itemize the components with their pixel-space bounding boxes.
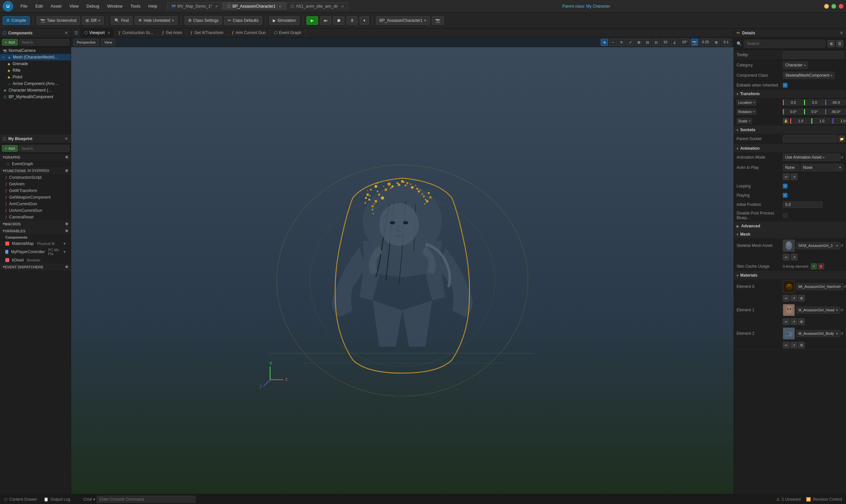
macros-add-btn[interactable]: ⊕ (65, 222, 68, 226)
view-btn[interactable]: View (101, 39, 115, 46)
components-close[interactable]: ✕ (65, 31, 68, 35)
content-drawer-btn[interactable]: ⬡ Content Drawer (4, 497, 37, 502)
class-settings-button[interactable]: ⚙ Class Settings (184, 16, 222, 25)
tree-grenade[interactable]: ◆ Grenade (0, 60, 71, 67)
anim-none-dropdown[interactable]: None (783, 164, 799, 171)
scale-z-input[interactable] (832, 118, 846, 124)
ue-logo[interactable]: U (3, 1, 13, 12)
graphs-section-header[interactable]: ▾ GRAPHS ⊕ (0, 154, 71, 161)
disable-post-checkbox[interactable] (783, 213, 788, 218)
details-search-input[interactable] (744, 40, 826, 48)
tab-map-close[interactable]: ✕ (215, 5, 218, 8)
var-bdead[interactable]: bDead Boolean (0, 257, 71, 264)
playing-checkbox[interactable]: ✓ (783, 193, 788, 198)
scale-dropdown[interactable]: Scale ▾ (737, 118, 752, 124)
mesh-section-header[interactable]: ▾ Mesh (734, 230, 846, 238)
var-materialmap[interactable]: MaterialMap Physical M ▾ (0, 240, 71, 247)
event-dispatchers-header[interactable]: ▾ EVENT DISPATCHERS ⊕ (0, 264, 71, 270)
sockets-section-header[interactable]: ▾ Sockets (734, 126, 846, 134)
tree-health[interactable]: ⬡ BP_MyHealthComponent (0, 93, 71, 100)
event-graph-item[interactable]: ⬡ EventGraph (0, 161, 71, 167)
armgun-tab[interactable]: ƒ Arm Current Gun (228, 29, 270, 37)
step-button[interactable]: ⏭ (320, 16, 331, 25)
menu-file[interactable]: File (17, 2, 31, 10)
viewport-tab[interactable]: ⬡ Viewport ✕ (80, 29, 114, 37)
components-search[interactable] (19, 39, 69, 46)
element2-reset[interactable]: ↺ (840, 331, 843, 336)
advanced-section-header[interactable]: ▶ Advanced (734, 222, 846, 230)
menu-edit[interactable]: Edit (32, 2, 46, 10)
blueprint-add-button[interactable]: + Add (2, 145, 18, 152)
element2-dropdown[interactable]: M_AssassinGirl_Body ▾ (796, 330, 840, 337)
tree-pistol[interactable]: ◆ Pistol (0, 74, 71, 80)
func-armgun[interactable]: ƒ ArmCurrentGun (0, 201, 71, 207)
more-button[interactable]: ▾ (360, 16, 369, 25)
skeletal-mesh-reset[interactable]: ↺ (840, 244, 843, 248)
translate-tool[interactable]: ↔ (609, 39, 616, 46)
element0-dropdown[interactable]: MI_AssassinGirl_HairInst ▾ (796, 283, 843, 290)
perspective-btn[interactable]: Perspective (74, 39, 98, 46)
menu-window[interactable]: Window (104, 2, 126, 10)
func-getanim[interactable]: ƒ GetAnim (0, 181, 71, 187)
camera-speed-btn[interactable]: 📷 (691, 39, 698, 46)
anim-browse-btn[interactable]: ↩ (783, 174, 790, 180)
tree-char-movement[interactable]: ⊕ Character Movement (CharMo (0, 87, 71, 93)
parent-class-value[interactable]: My Character (586, 4, 610, 8)
anim-mode-dropdown[interactable]: Use Animation Asset ▾ (783, 154, 840, 161)
cmd-input[interactable] (96, 496, 196, 503)
tabs-menu-btn[interactable]: ☰ (72, 29, 80, 37)
grid-tool[interactable]: ⊟ (644, 39, 651, 46)
menu-view[interactable]: View (66, 2, 82, 10)
revision-control-btn[interactable]: 🔀 Revision Control (806, 497, 842, 502)
tab-map[interactable]: 🗺 MV_Map_Demo_1* ✕ (167, 2, 222, 10)
func-getiktransform[interactable]: ƒ GetIKTransform (0, 187, 71, 194)
animation-section-header[interactable]: ▾ Animation (734, 144, 846, 152)
details-close[interactable]: ✕ (840, 31, 843, 35)
bp-name-dropdown[interactable]: BP_AssassinCharacter1 ▾ (376, 16, 430, 25)
tree-arrow[interactable]: → Arrow Component (Arrow) E (0, 80, 71, 87)
simulation-button[interactable]: ▶ Simulation (269, 16, 300, 25)
skin-cache-del-btn[interactable]: 🗑 (818, 264, 824, 269)
event-graph-tab[interactable]: ⬡ Event Graph (270, 29, 305, 37)
element1-browse-btn[interactable]: ↩ (783, 318, 790, 325)
skin-cache-add-btn[interactable]: + (811, 264, 817, 269)
tab-bp[interactable]: ⬡ BP_AssassinCharacter1 ✕ (223, 2, 286, 10)
variables-add-btn[interactable]: ⊕ (65, 229, 68, 233)
element0-extra-btn[interactable]: ⚙ (798, 295, 805, 301)
element0-browse-btn[interactable]: ↩ (783, 295, 790, 301)
rotation-z-input[interactable] (825, 109, 846, 115)
maximize-button[interactable] (831, 4, 836, 8)
output-log-btn[interactable]: 📋 Output Log (43, 497, 70, 502)
graphs-add-btn[interactable]: ⊕ (65, 155, 68, 159)
functions-section-header[interactable]: ▾ FUNCTIONS 34 OVERRIDA ⊕ (0, 167, 71, 174)
rotate-tool[interactable]: ↻ (618, 39, 625, 46)
location-dropdown[interactable]: Location ▾ (737, 100, 757, 105)
element1-reset[interactable]: ↺ (840, 308, 843, 312)
element0-reset[interactable]: ↺ (843, 285, 846, 289)
looping-checkbox[interactable]: ✓ (783, 184, 788, 188)
initial-pos-input[interactable] (783, 201, 823, 208)
screenshot-button[interactable]: 📷 Take Screenshot (37, 16, 80, 25)
tree-normal-camera[interactable]: 📷 NormalCamera (0, 47, 71, 54)
construction-tab[interactable]: ƒ Construction Sc... (114, 29, 158, 37)
components-add-button[interactable]: + Add (2, 39, 18, 46)
anim-mode-reset[interactable]: ↺ (840, 155, 843, 160)
func-unarmgun[interactable]: ƒ UnArmCurrentGun (0, 207, 71, 214)
func-camerareset[interactable]: ƒ CameraReset (0, 214, 71, 220)
var-playercontroller[interactable]: MyPlayerController PC My Pla ▾ (0, 247, 71, 257)
element0-open-btn[interactable]: ↗ (790, 295, 797, 301)
location-x-input[interactable] (783, 100, 803, 105)
pause-button[interactable]: ⏸ (346, 16, 358, 25)
tab-anim[interactable]: ⬡ AS1_anim_idle_aim_dir ✕ (286, 2, 348, 10)
camera-btn[interactable]: 📷 (432, 16, 444, 25)
find-button[interactable]: 🔍 Find (111, 16, 132, 25)
tree-rifle[interactable]: ◆ Rifle (0, 67, 71, 74)
unsaved-indicator[interactable]: ⚠ 2 Unsaved (776, 497, 801, 502)
component-class-dropdown[interactable]: SkeletalMeshComponent ▾ (783, 72, 835, 79)
variables-section-header[interactable]: ▾ VARIABLES ⊕ (0, 228, 71, 234)
evt-dispatch-add-btn[interactable]: ⊕ (65, 265, 68, 269)
func-getweapon[interactable]: ƒ GetWeaponComponent (0, 194, 71, 201)
viewport-tab-close[interactable]: ✕ (107, 31, 110, 35)
extra-btn[interactable]: ⊞ (713, 39, 720, 46)
element1-dropdown[interactable]: M_AssassinGirl_Head ▾ (796, 307, 840, 313)
